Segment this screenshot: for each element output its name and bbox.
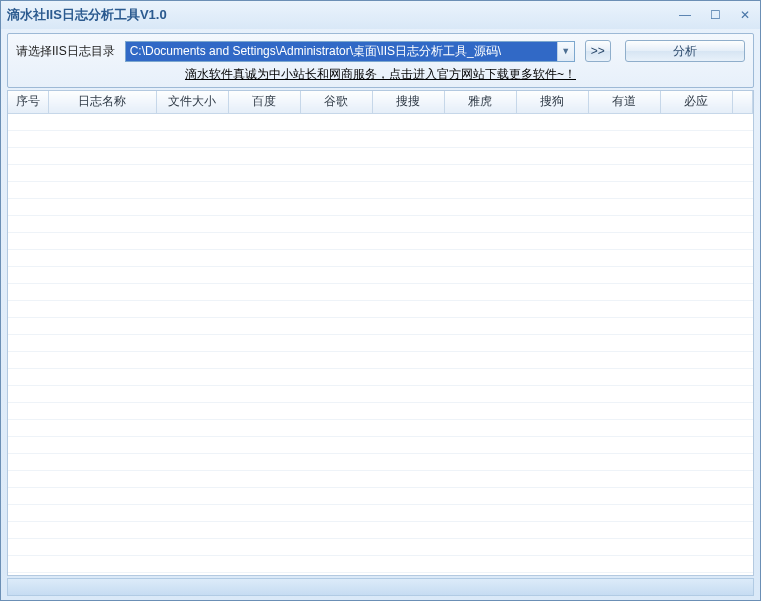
table-row — [8, 164, 753, 181]
window-title: 滴水社IIS日志分析工具V1.0 — [7, 6, 676, 24]
close-button[interactable]: ✕ — [736, 8, 754, 22]
table-row — [8, 113, 753, 130]
th-filesize[interactable]: 文件大小 — [156, 91, 228, 113]
statusbar — [7, 578, 754, 596]
table-row — [8, 317, 753, 334]
log-table: 序号 日志名称 文件大小 百度 谷歌 搜搜 雅虎 搜狗 有道 必应 — [8, 91, 753, 575]
window-controls: — ☐ ✕ — [676, 8, 754, 22]
table-row — [8, 419, 753, 436]
table-row — [8, 130, 753, 147]
table-row — [8, 249, 753, 266]
analyze-button[interactable]: 分析 — [625, 40, 745, 62]
table-row — [8, 147, 753, 164]
table-row — [8, 368, 753, 385]
table-row — [8, 504, 753, 521]
titlebar: 滴水社IIS日志分析工具V1.0 — ☐ ✕ — [1, 1, 760, 29]
table-row — [8, 198, 753, 215]
table-row — [8, 453, 753, 470]
th-bing[interactable]: 必应 — [660, 91, 732, 113]
table-row — [8, 283, 753, 300]
table-row — [8, 232, 753, 249]
path-combobox[interactable]: C:\Documents and Settings\Administrator\… — [125, 41, 575, 62]
table-row — [8, 555, 753, 572]
table-header-row: 序号 日志名称 文件大小 百度 谷歌 搜搜 雅虎 搜狗 有道 必应 — [8, 91, 753, 113]
table-row — [8, 487, 753, 504]
th-index[interactable]: 序号 — [8, 91, 48, 113]
th-logname[interactable]: 日志名称 — [48, 91, 156, 113]
app-window: 滴水社IIS日志分析工具V1.0 — ☐ ✕ 请选择IIS日志目录 C:\Doc… — [0, 0, 761, 601]
table-body — [8, 113, 753, 575]
table-row — [8, 402, 753, 419]
th-soso[interactable]: 搜搜 — [372, 91, 444, 113]
table-row — [8, 572, 753, 575]
table-row — [8, 181, 753, 198]
table-row — [8, 215, 753, 232]
table-row — [8, 266, 753, 283]
table-row — [8, 351, 753, 368]
th-sogou[interactable]: 搜狗 — [516, 91, 588, 113]
promo-text: 滴水软件真诚为中小站长和网商服务，点击进入官方网站下载更多软件~！ — [16, 66, 745, 83]
table-row — [8, 334, 753, 351]
browse-button[interactable]: >> — [585, 40, 611, 62]
table-row — [8, 470, 753, 487]
path-value: C:\Documents and Settings\Administrator\… — [126, 42, 557, 61]
table-row — [8, 521, 753, 538]
th-yahoo[interactable]: 雅虎 — [444, 91, 516, 113]
directory-label: 请选择IIS日志目录 — [16, 43, 115, 60]
minimize-button[interactable]: — — [676, 8, 694, 22]
th-google[interactable]: 谷歌 — [300, 91, 372, 113]
table-panel: 序号 日志名称 文件大小 百度 谷歌 搜搜 雅虎 搜狗 有道 必应 — [7, 90, 754, 576]
th-baidu[interactable]: 百度 — [228, 91, 300, 113]
table-row — [8, 436, 753, 453]
maximize-button[interactable]: ☐ — [706, 8, 724, 22]
table-row — [8, 538, 753, 555]
chevron-down-icon[interactable]: ▼ — [557, 42, 574, 61]
toolbar: 请选择IIS日志目录 C:\Documents and Settings\Adm… — [7, 33, 754, 88]
promo-link[interactable]: 滴水软件真诚为中小站长和网商服务，点击进入官方网站下载更多软件~！ — [185, 67, 576, 81]
toolbar-row: 请选择IIS日志目录 C:\Documents and Settings\Adm… — [16, 40, 745, 62]
table-row — [8, 300, 753, 317]
th-youdao[interactable]: 有道 — [588, 91, 660, 113]
table-scroll[interactable]: 序号 日志名称 文件大小 百度 谷歌 搜搜 雅虎 搜狗 有道 必应 — [8, 91, 753, 575]
table-row — [8, 385, 753, 402]
th-spacer — [732, 91, 753, 113]
